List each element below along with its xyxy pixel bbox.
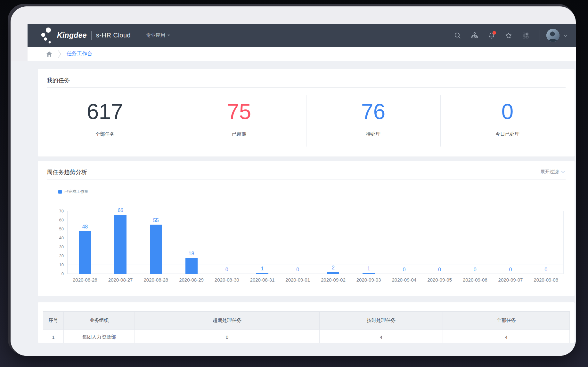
bar-column: 0 xyxy=(209,211,245,274)
bar-column: 1 xyxy=(245,211,280,274)
bar-column: 48 xyxy=(67,211,103,274)
bar xyxy=(150,225,162,274)
home-icon[interactable] xyxy=(46,51,53,57)
breadcrumb-current-page[interactable]: 任务工作台 xyxy=(67,51,92,57)
x-axis-tick-label: 2020-08-28 xyxy=(138,277,174,283)
bar-value-label: 0 xyxy=(296,267,299,273)
org-chart-icon[interactable] xyxy=(471,32,478,39)
bar xyxy=(79,231,91,274)
bar-value-label: 0 xyxy=(403,267,405,273)
bar-column: 55 xyxy=(138,211,174,274)
chart-bars: 486655180102100000 xyxy=(67,211,564,274)
breadcrumb-separator-icon xyxy=(58,50,61,58)
x-axis-tick-label: 2020-08-30 xyxy=(209,277,245,283)
stat-value: 617 xyxy=(38,100,172,122)
y-axis-tick-label: 70 xyxy=(59,209,64,213)
app-frame: Kingdee s-HR Cloud 专业应用 xyxy=(11,6,576,356)
chart-x-axis-labels: 2020-08-262020-08-272020-08-282020-08-29… xyxy=(67,277,564,283)
x-axis-tick-label: 2020-08-31 xyxy=(245,277,280,283)
bar xyxy=(185,258,198,274)
bar-column: 0 xyxy=(280,211,315,274)
x-axis-tick-label: 2020-09-08 xyxy=(528,277,564,283)
brand-name: Kingdee xyxy=(57,31,87,40)
x-axis-tick-label: 2020-09-07 xyxy=(493,277,528,283)
chevron-down-icon xyxy=(167,35,170,36)
kingdee-logo-icon xyxy=(40,27,54,44)
bar-value-label: 0 xyxy=(225,267,228,273)
notification-badge xyxy=(493,31,496,35)
bar-value-label: 0 xyxy=(544,267,547,273)
filter-chevron-down-icon xyxy=(561,171,565,173)
bar-column: 66 xyxy=(103,211,138,274)
logo-divider xyxy=(91,31,92,40)
x-axis-tick-label: 2020-09-01 xyxy=(280,277,315,283)
table-cell: 0 xyxy=(135,330,320,343)
my-tasks-title: 我的任务 xyxy=(47,76,70,84)
stat-value: 75 xyxy=(172,100,306,122)
bar-value-label: 0 xyxy=(474,267,477,273)
legend-label: 已完成工作量 xyxy=(64,189,88,195)
bar-column: 0 xyxy=(386,211,422,274)
table-header-row: 序号业务组织超期处理任务按时处理任务全部任务 xyxy=(43,312,570,330)
task-stat: 76待处理 xyxy=(306,88,440,157)
notification-bell-icon[interactable] xyxy=(488,32,495,39)
avatar-chevron-down-icon[interactable] xyxy=(563,33,568,38)
bar-value-label: 0 xyxy=(438,267,441,273)
page-content: 我的任务 617全部任务75已超期76待处理0今日已处理 周任务趋势分析 展开过… xyxy=(11,61,576,356)
bar-value-label: 1 xyxy=(261,266,264,272)
x-axis-tick-label: 2020-09-04 xyxy=(386,277,422,283)
task-stat: 617全部任务 xyxy=(38,88,172,157)
my-tasks-card: 我的任务 617全部任务75已超期76待处理0今日已处理 xyxy=(38,69,575,156)
top-navbar: Kingdee s-HR Cloud 专业应用 xyxy=(28,24,576,47)
bar-chart: 010203040506070 486655180102100000 xyxy=(67,211,564,274)
y-axis-tick-label: 60 xyxy=(59,218,64,222)
stat-value: 76 xyxy=(306,100,440,122)
y-axis-tick-label: 30 xyxy=(59,244,64,249)
product-name: s-HR Cloud xyxy=(96,32,131,39)
bar xyxy=(256,273,268,274)
x-axis-tick-label: 2020-08-26 xyxy=(67,277,103,283)
table-header-cell: 序号 xyxy=(43,312,64,330)
x-axis-tick-label: 2020-09-03 xyxy=(351,277,387,283)
app-grid-icon[interactable] xyxy=(522,32,529,39)
app-menu-label: 专业应用 xyxy=(146,32,165,38)
task-stat: 0今日已处理 xyxy=(440,88,575,157)
bar-column: 0 xyxy=(528,211,564,274)
task-stats-row: 617全部任务75已超期76待处理0今日已处理 xyxy=(38,88,575,157)
search-icon[interactable] xyxy=(454,32,461,39)
breadcrumb: 任务工作台 xyxy=(28,47,576,61)
bar-column: 0 xyxy=(422,211,457,274)
table-row: 1集团人力资源部044 xyxy=(43,330,570,343)
bar-value-label: 48 xyxy=(82,224,88,230)
trend-analysis-card: 周任务趋势分析 展开过滤 已完成工作量 010203040506070 4866… xyxy=(38,161,575,296)
bar-column: 0 xyxy=(457,211,493,274)
bar-column: 0 xyxy=(493,211,528,274)
table-cell: 集团人力资源部 xyxy=(64,330,135,343)
bar-value-label: 2 xyxy=(332,265,335,271)
trend-card-title: 周任务趋势分析 xyxy=(47,168,87,176)
expand-filter-toggle[interactable]: 展开过滤 xyxy=(541,169,565,175)
legend-swatch xyxy=(58,190,62,194)
task-stat: 75已超期 xyxy=(172,88,306,157)
stat-label: 已超期 xyxy=(172,131,306,137)
app-menu-dropdown[interactable]: 专业应用 xyxy=(146,32,170,38)
bar-value-label: 55 xyxy=(153,218,159,223)
bar-value-label: 0 xyxy=(509,267,512,273)
bar-column: 1 xyxy=(351,211,387,274)
org-table-card: 序号业务组织超期处理任务按时处理任务全部任务 1集团人力资源部044 xyxy=(38,302,575,343)
y-axis-tick-label: 0 xyxy=(61,271,64,276)
table-cell: 1 xyxy=(43,330,64,343)
stat-label: 今日已处理 xyxy=(440,131,575,137)
bar-value-label: 18 xyxy=(189,251,194,257)
navbar-divider xyxy=(540,30,540,41)
y-axis-tick-label: 10 xyxy=(59,262,64,267)
user-avatar[interactable] xyxy=(546,29,559,42)
favorite-star-icon[interactable] xyxy=(505,32,512,39)
x-axis-tick-label: 2020-08-29 xyxy=(174,277,209,283)
table-cell: 4 xyxy=(443,330,570,343)
bar-value-label: 66 xyxy=(118,208,123,213)
x-axis-tick-label: 2020-09-05 xyxy=(422,277,457,283)
stat-label: 待处理 xyxy=(306,131,440,137)
org-task-table: 序号业务组织超期处理任务按时处理任务全部任务 1集团人力资源部044 xyxy=(43,311,570,343)
stat-value: 0 xyxy=(440,100,575,122)
